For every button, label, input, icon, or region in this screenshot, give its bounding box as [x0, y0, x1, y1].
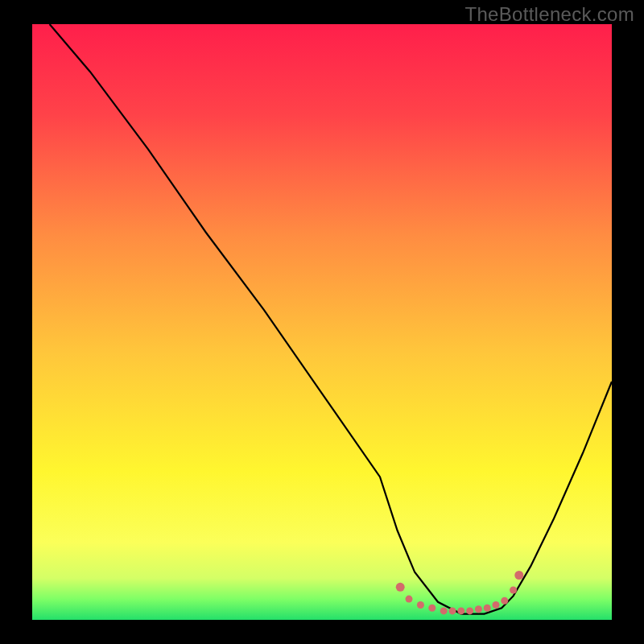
optimal-dot [510, 587, 517, 594]
plot-area [32, 24, 612, 620]
chart-frame: TheBottleneck.com [0, 0, 644, 644]
optimal-dot [449, 607, 456, 614]
optimal-dot [406, 596, 413, 603]
optimal-dot [514, 571, 523, 580]
optimal-dot [501, 597, 508, 605]
optimal-dot [475, 605, 482, 613]
chart-svg [32, 24, 612, 620]
optimal-dot [417, 601, 424, 609]
optimal-dot [493, 601, 500, 609]
watermark-text: TheBottleneck.com [464, 3, 634, 26]
optimal-dot [484, 605, 491, 612]
optimal-dot [440, 607, 448, 614]
optimal-dot [428, 605, 436, 612]
gradient-background [32, 24, 612, 620]
optimal-dot [466, 607, 473, 614]
optimal-dot [457, 607, 464, 614]
optimal-dot [396, 583, 405, 592]
